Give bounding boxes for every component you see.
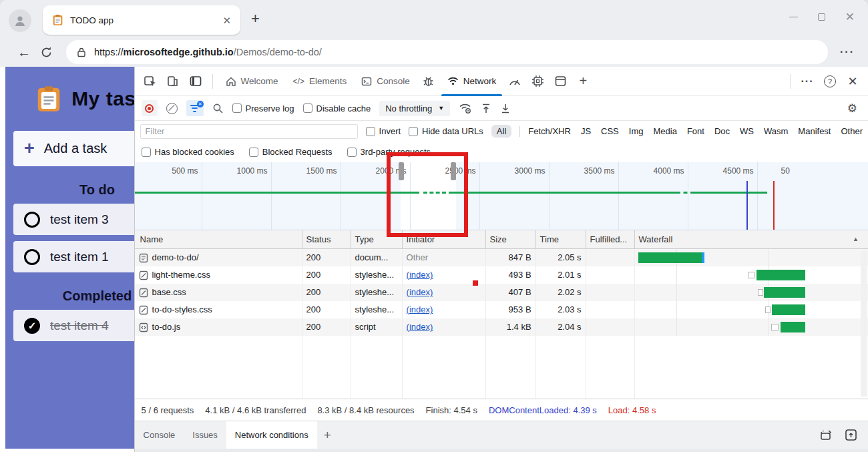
task-checkbox[interactable] [24,212,40,228]
filter-type-wasm[interactable]: Wasm [764,126,788,136]
checkbox-icon[interactable] [347,148,357,157]
minimize-icon[interactable] [789,17,798,17]
drawer-more-tools-icon[interactable]: + [317,421,338,449]
request-size: 407 B [486,284,536,301]
devtools-close-icon[interactable]: ✕ [843,72,862,91]
undock-icon[interactable] [819,429,833,441]
table-row[interactable]: base.css 200 styleshe... (index) 407 B 2… [135,284,868,301]
tab-console[interactable]: Console [354,67,417,96]
filter-type-doc[interactable]: Doc [714,126,730,136]
initiator-link[interactable]: (index) [407,287,433,297]
request-name-label: to-do-styles.css [152,301,212,318]
browser-menu-icon[interactable]: ··· [840,46,855,58]
request-status: 200 [302,318,351,336]
request-name[interactable]: base.css [135,284,302,301]
column-header-status[interactable]: Status [302,230,351,249]
waterfall-label: Waterfall [639,230,673,248]
inspect-element-icon[interactable] [141,72,160,91]
column-header-time[interactable]: Time [536,230,586,249]
request-name[interactable]: to-do.js [135,318,302,336]
checkbox-icon[interactable] [142,148,151,157]
preserve-log-checkbox[interactable]: Preserve log [232,103,294,114]
filter-icon[interactable]: ✕ [186,100,204,116]
has-blocked-cookies-checkbox[interactable]: Has blocked cookies [142,147,234,157]
checkbox-icon[interactable] [409,127,418,136]
initiator-link[interactable]: (index) [407,322,433,332]
record-button[interactable] [142,100,158,116]
initiator-link[interactable]: (index) [407,270,433,280]
help-icon[interactable]: ? [821,72,839,91]
filter-type-font[interactable]: Font [687,126,704,136]
memory-chip-icon[interactable] [528,72,547,91]
tab-close-icon[interactable]: ✕ [222,15,231,25]
new-tab-button[interactable]: + [251,11,260,26]
column-header-size[interactable]: Size [486,230,536,249]
timeline-tick: 4000 ms [619,162,688,230]
refresh-icon[interactable] [40,46,53,59]
drawer-tab-network-conditions[interactable]: Network conditions [226,421,317,449]
filter-input[interactable] [140,124,358,139]
task-checkbox[interactable] [24,249,40,265]
tab-network[interactable]: Network [440,67,504,96]
checkbox-icon[interactable] [232,103,242,113]
window-close-icon[interactable]: ✕ [845,13,855,21]
profile-avatar[interactable] [9,9,31,32]
device-emulation-icon[interactable] [164,72,182,91]
filter-type-img[interactable]: Img [629,126,644,136]
drawer-tab-console[interactable]: Console [135,421,184,449]
column-header-fulfilled[interactable]: Fulfilled... [586,230,635,249]
table-scrollbar[interactable] [861,251,867,397]
back-icon[interactable]: ← [17,45,31,59]
devtools-menu-icon[interactable]: ··· [798,72,817,91]
network-conditions-icon[interactable] [459,103,472,114]
filter-type-media[interactable]: Media [653,126,676,136]
drawer-tab-issues[interactable]: Issues [184,421,226,449]
column-header-name[interactable]: Name [135,230,302,249]
table-row[interactable]: to-do-styles.css 200 styleshe... (index)… [135,301,868,318]
waterfall-queue-box [748,272,754,278]
checkbox-icon[interactable] [303,103,312,113]
checkbox-icon[interactable] [249,148,258,157]
filter-type-other[interactable]: Other [841,126,863,136]
expand-drawer-icon[interactable] [845,429,857,441]
table-row[interactable]: light-theme.css 200 styleshe... (index) … [135,266,868,284]
home-icon [226,76,236,87]
panel-layout-icon[interactable] [186,72,205,91]
filter-type-all[interactable]: All [491,125,511,138]
disable-cache-checkbox[interactable]: Disable cache [303,103,371,114]
request-name[interactable]: light-theme.css [135,266,302,284]
filter-type-ws[interactable]: WS [740,126,754,136]
tab-welcome[interactable]: Welcome [218,67,286,96]
performance-gauge-icon[interactable] [505,72,524,91]
table-row[interactable]: to-do.js 200 script (index) 1.4 kB 2.04 … [135,318,868,336]
settings-gear-icon[interactable]: ⚙ [847,101,857,116]
column-header-waterfall[interactable]: Waterfall▲ [635,230,868,249]
console-icon [361,76,372,87]
network-overview-timeline[interactable]: 500 ms 1000 ms 1500 ms 2000 ms 2500 ms 3… [135,162,868,230]
export-har-icon[interactable] [500,103,511,114]
request-name[interactable]: demo-to-do/ [135,249,302,266]
import-har-icon[interactable] [481,103,491,114]
table-row[interactable]: demo-to-do/ 200 docum... Other 847 B 2.0… [135,249,868,266]
tab-elements[interactable]: </> Elements [286,67,355,96]
filter-type-css[interactable]: CSS [601,126,619,136]
throttling-select[interactable]: No throttling▼ [379,101,450,116]
bug-icon[interactable] [419,72,438,91]
more-tabs-icon[interactable]: + [574,72,592,91]
filter-type-fetch-xhr[interactable]: Fetch/XHR [528,126,571,136]
checkbox-icon[interactable] [366,127,375,136]
clear-icon[interactable] [166,103,178,114]
invert-checkbox[interactable]: Invert [366,126,401,136]
maximize-icon[interactable] [818,13,825,21]
address-bar[interactable]: https://microsoftedge.github.io/Demos/de… [66,40,828,64]
search-icon[interactable] [212,103,224,114]
request-name[interactable]: to-do-styles.css [135,301,302,318]
filter-type-js[interactable]: JS [581,126,591,136]
application-icon[interactable] [551,72,570,91]
initiator-link[interactable]: (index) [407,304,433,314]
browser-tab[interactable]: TODO app ✕ [43,5,240,35]
blocked-requests-checkbox[interactable]: Blocked Requests [249,147,333,157]
task-checkbox-checked[interactable]: ✓ [24,318,40,334]
filter-type-manifest[interactable]: Manifest [798,126,831,136]
hide-data-urls-checkbox[interactable]: Hide data URLs [409,126,483,136]
